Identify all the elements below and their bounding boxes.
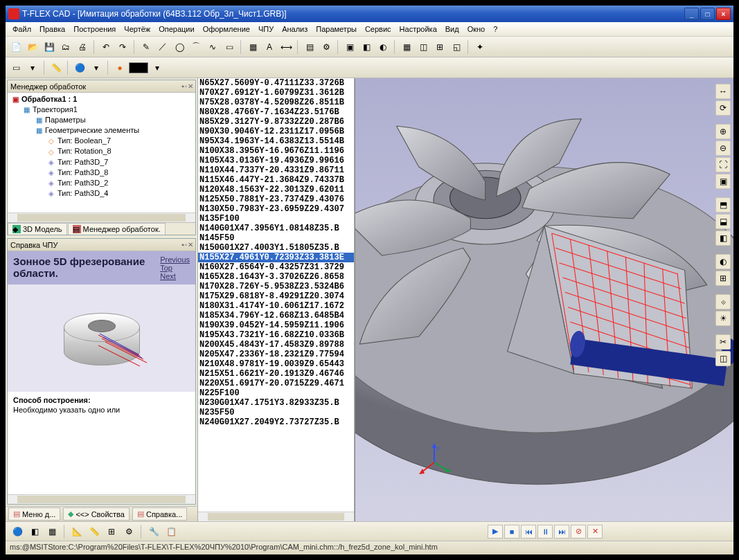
tab-3d-model[interactable]: ◆ 3D Модель <box>8 223 67 235</box>
arc-icon[interactable]: ⌒ <box>188 39 204 55</box>
tree-item[interactable]: ▦Траектория1 <box>9 105 194 115</box>
menu-Параметры[interactable]: Параметры <box>312 24 361 35</box>
revolve-icon[interactable]: ◐ <box>375 39 391 55</box>
help-next-link[interactable]: Next <box>160 272 190 280</box>
menu-Вид[interactable]: Вид <box>441 24 463 35</box>
menu-Оформление[interactable]: Оформление <box>199 24 254 35</box>
gcode-line[interactable]: N160X27.6564Y-0.43257Z31.3729 <box>198 262 354 272</box>
gcode-line[interactable]: N120X48.1563Y-22.3013Z9.62011 <box>198 185 354 195</box>
gcode-line[interactable]: N205X47.2336Y-18.2321Z9.77594 <box>198 350 354 359</box>
layers-icon[interactable]: ▤ <box>302 39 317 55</box>
gcode-line[interactable]: N235F50 <box>198 408 354 417</box>
bt-icon-2[interactable]: ◧ <box>27 524 42 539</box>
help-top-link[interactable]: Top <box>160 264 190 272</box>
tab-machining-manager[interactable]: ▤ Менеджер обработок. <box>68 223 166 235</box>
misc-icon[interactable]: ✦ <box>472 39 488 55</box>
gcode-line[interactable]: N140G01X47.3956Y1.08148Z35.B <box>198 224 354 233</box>
play-stop-icon[interactable]: ■ <box>504 525 519 539</box>
redo-button[interactable]: ↷ <box>115 39 130 55</box>
gcode-line[interactable]: N100X38.3956Y-16.9676Z11.1196 <box>198 146 354 156</box>
gcode-line[interactable]: N125X50.7881Y-23.7374Z9.43076 <box>198 195 354 204</box>
light-icon[interactable]: ☀ <box>715 311 731 326</box>
line-icon[interactable]: ／ <box>155 39 170 55</box>
view4-icon[interactable]: ◱ <box>449 39 464 55</box>
gcode-line[interactable]: N195X43.7321Y-16.682Z10.0336B <box>198 330 354 340</box>
drop-icon[interactable]: ▾ <box>25 60 40 75</box>
bt-icon-5[interactable]: 📏 <box>87 524 102 539</box>
open-button[interactable]: 📂 <box>25 39 40 55</box>
tree-item[interactable]: ◇Тип: Rotation_8 <box>9 146 194 156</box>
clip-icon[interactable]: ◫ <box>715 351 731 366</box>
dd-icon[interactable]: ▾ <box>89 60 104 75</box>
menu-Правка[interactable]: Правка <box>35 24 69 35</box>
gcode-line[interactable]: N220X51.6917Y-20.0715Z29.4671 <box>198 379 354 388</box>
gcode-line[interactable]: N190X39.0452Y-14.5959Z11.1906 <box>198 320 354 330</box>
rect-icon[interactable]: ▭ <box>222 39 237 55</box>
circle-icon[interactable]: ◯ <box>172 39 187 55</box>
props-icon[interactable]: ⚙ <box>319 39 334 55</box>
bt-icon-7[interactable]: ⚙ <box>121 524 136 539</box>
view2-icon[interactable]: ◫ <box>416 39 431 55</box>
gcode-line[interactable]: N85X29.3127Y-9.87332Z20.287B6 <box>198 117 354 127</box>
zoom-in-icon[interactable]: ⊕ <box>715 124 731 139</box>
play-rewind-icon[interactable]: ⏮ <box>521 525 536 539</box>
tree-item[interactable]: ◇Тип: Boolean_7 <box>9 136 194 146</box>
pan-icon[interactable]: ↔ <box>715 84 731 99</box>
gcode-line[interactable]: N115X46.447Y-21.3684Z9.74337B <box>198 175 354 185</box>
dim-icon[interactable]: ⟷ <box>278 39 294 55</box>
spline-icon[interactable]: ∿ <box>205 39 220 55</box>
tree-item[interactable]: ▦Параметры <box>9 115 194 125</box>
gcode-line[interactable]: N110X44.7337Y-20.4331Z9.86711 <box>198 165 354 175</box>
save-button[interactable]: 💾 <box>42 39 57 55</box>
tree-item[interactable]: ▦Геометрические элементы <box>9 125 194 136</box>
extrude-icon[interactable]: ◧ <box>359 39 374 55</box>
play-cancel-icon[interactable]: ⊘ <box>571 525 586 539</box>
gcode-line[interactable]: N75X28.0378Y-4.52098Z26.8511B <box>198 98 354 107</box>
gcode-line[interactable]: N200X45.4843Y-17.4583Z9.89788 <box>198 340 354 350</box>
bt-icon-9[interactable]: 📋 <box>163 524 179 539</box>
tree-root[interactable]: ▣Обработка1 : 1 <box>9 94 194 105</box>
minimize-button[interactable]: _ <box>684 8 699 20</box>
bt-icon-4[interactable]: 📐 <box>69 524 84 539</box>
gcode-line[interactable]: N210X48.9781Y-19.0039Z9.65443 <box>198 359 354 369</box>
bt-icon-6[interactable]: ⊞ <box>104 524 119 539</box>
menu-Построения[interactable]: Построения <box>69 24 120 35</box>
text-icon[interactable]: A <box>262 39 277 55</box>
box-icon[interactable]: ▣ <box>342 39 357 55</box>
gcode-line[interactable]: N105X43.0136Y-19.4936Z9.99616 <box>198 156 354 165</box>
play-del-icon[interactable]: ✕ <box>587 525 603 539</box>
play-start-icon[interactable]: ▶ <box>488 525 503 539</box>
status-tab-menu[interactable]: ▤Меню д... <box>8 507 60 521</box>
menu-Операции[interactable]: Операции <box>154 24 198 35</box>
gcode-line[interactable]: N215X51.6621Y-20.1913Z9.46746 <box>198 369 354 379</box>
menu-Окно[interactable]: Окно <box>463 24 490 35</box>
tree-item[interactable]: ◈Тип: Path3D_7 <box>9 157 194 168</box>
menu-ЧПУ[interactable]: ЧПУ <box>254 24 278 35</box>
perspective-icon[interactable]: ⟐ <box>715 294 731 309</box>
gcode-line[interactable]: N70X27.6912Y-1.60799Z31.3612B <box>198 88 354 98</box>
gcode-line[interactable]: N170X28.726Y-5.9538Z23.5324B6 <box>198 282 354 291</box>
tree-item[interactable]: ◈Тип: Path3D_8 <box>9 168 194 178</box>
menu-Сервис[interactable]: Сервис <box>361 24 395 35</box>
rotate-icon[interactable]: ⟳ <box>715 100 731 116</box>
help-scroll[interactable] <box>8 494 195 504</box>
filter-icon[interactable]: ▭ <box>8 60 24 75</box>
gcode-line[interactable]: N185X34.796Y-12.668Z13.6485B4 <box>198 311 354 320</box>
gcode-line[interactable]: N90X30.9046Y-12.2311Z17.0956B <box>198 127 354 136</box>
zoom-out-icon[interactable]: ⊖ <box>715 141 731 156</box>
sphere-icon[interactable]: 🔵 <box>72 60 87 75</box>
3d-viewport[interactable]: z ↔ ⟳ ⊕ ⊖ ⛶ ▣ ⬒ ⬓ ◧ ◐ ⊞ <box>355 78 733 521</box>
menu-Файл[interactable]: Файл <box>8 24 35 35</box>
menu-?[interactable]: ? <box>489 24 501 35</box>
gcode-line[interactable]: N155X27.4961Y0.72393Z33.3813E <box>198 253 354 262</box>
view1-icon[interactable]: ▦ <box>399 39 414 55</box>
panel-pin-icon[interactable]: ▪ ▫ ✕ <box>181 82 193 90</box>
gcode-line[interactable]: N175X29.6818Y-8.49291Z20.3074 <box>198 291 354 301</box>
view-top-icon[interactable]: ⬒ <box>715 197 731 213</box>
hatch-icon[interactable]: ▦ <box>245 39 260 55</box>
gcode-line[interactable]: N130X50.7983Y-23.6959Z29.4307 <box>198 204 354 214</box>
new-button[interactable]: 📄 <box>8 39 24 55</box>
bt-icon-8[interactable]: 🔧 <box>146 524 161 539</box>
zoom-window-icon[interactable]: ▣ <box>715 174 731 189</box>
status-tab-help[interactable]: ▤Справка... <box>132 507 187 521</box>
